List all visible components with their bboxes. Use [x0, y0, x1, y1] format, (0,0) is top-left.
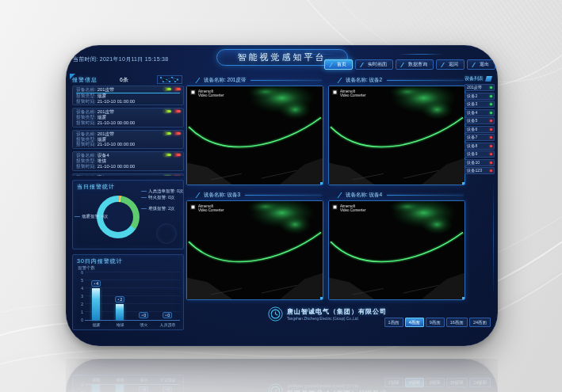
alarm-card[interactable]: 设备名称:设备4报警类型:堆煤报警时间:21-10-10 00:00:00: [72, 151, 184, 170]
layout-button-1画面[interactable]: 1画面: [384, 318, 403, 327]
alarm-list: 设备名称:201皮带报警类型:烟雾报警时间:21-10-10 01:00:00设…: [72, 86, 184, 176]
device-list-item[interactable]: 设备7: [465, 134, 495, 141]
device-list-item[interactable]: 设备9: [465, 150, 495, 158]
alarm-indicators: [164, 88, 181, 90]
layout-button-24画面[interactable]: 24画面: [469, 318, 491, 327]
alarm-time-value: 21-10-10 00:00:00: [97, 120, 135, 125]
unhandled-indicator[interactable]: [174, 88, 181, 90]
alarm-indicators: [164, 154, 181, 156]
online-dot: [490, 86, 492, 89]
video-panel-header: 设备名称: 设备2: [328, 75, 465, 86]
alarm-device-label: 设备名称:: [76, 153, 96, 158]
device-name: 设备9: [467, 151, 477, 157]
offline-dot: [490, 145, 492, 147]
alarm-device-value: 201皮带: [97, 131, 114, 136]
right-accent-line: [493, 180, 494, 299]
handled-indicator[interactable]: [164, 110, 171, 112]
device-list-item[interactable]: 设备10: [465, 159, 495, 166]
alarm-type-value: 烟雾: [97, 93, 107, 98]
y-tick: 5: [81, 278, 83, 283]
device-list-item[interactable]: 设备6: [465, 126, 495, 133]
device-name: 设备10: [467, 160, 480, 166]
nav-button-1[interactable]: 实时画面: [355, 59, 393, 70]
alarm-device-label: 设备名称:: [76, 131, 96, 136]
device-list-header: 设备列表: [465, 75, 495, 82]
handled-indicator[interactable]: [164, 132, 171, 135]
alarm-type-label: 报警类型:: [76, 115, 96, 120]
video-scene: [187, 86, 323, 185]
company-text: 唐山智诚电气（集团）有限公司 Tangshan Zhicheng Electri…: [287, 307, 387, 321]
alarm-card[interactable]: 设备名称:设备5报警类型:烟雾报警时间:21-10-10 00:00:00: [72, 173, 184, 176]
offline-dot: [490, 169, 492, 172]
header-line-decor: [250, 80, 322, 81]
nav-button-0[interactable]: 首页: [324, 59, 353, 70]
layout-button-9画面[interactable]: 9画面: [426, 318, 445, 327]
top-nav: 首页实时画面数据查询返回退出: [324, 59, 495, 70]
device-list-item[interactable]: 设备5: [465, 117, 495, 124]
bar-category-label: 堆煤: [116, 322, 124, 327]
device-list-title: 设备列表: [465, 75, 484, 82]
today-alarm-panel: 当日报警统计 人员违章报警: 0次明火报警: 0次堆煤报警: 2次烟雾报警: 4…: [72, 180, 184, 249]
device-name: 设备5: [467, 118, 477, 124]
unhandled-indicator[interactable]: [174, 132, 181, 135]
device-list-item[interactable]: 设备4: [465, 109, 495, 116]
watermark-logo-icon: [332, 204, 338, 210]
device-list-item[interactable]: 设备3: [465, 101, 495, 108]
video-panel-title: 设备名称: 201皮带: [204, 77, 246, 84]
watermark-line2: Video Converter: [340, 93, 365, 97]
alarm-time-row: 报警时间:21-10-10 00:00:00: [76, 164, 180, 169]
handled-indicator[interactable]: [164, 88, 171, 90]
video-panel: 设备名称: 设备3AimersoftVideo Converter: [186, 190, 323, 300]
device-list: 201皮带设备2设备3设备4设备5设备6设备7设备8设备9设备10设备123: [465, 84, 495, 174]
alarm-card[interactable]: 设备名称:201皮带报警类型:烟雾报警时间:21-10-10 00:00:00: [72, 108, 184, 127]
layout-button-16画面[interactable]: 16画面: [446, 318, 468, 327]
left-column: 报警信息 6条 设备名称:201皮带报警类型:烟雾报警时间:21-10-10 0…: [72, 75, 184, 330]
video-feed[interactable]: AimersoftVideo Converter: [186, 86, 323, 185]
bar-chart: 01234564烟雾2堆煤0明火0人员违章: [85, 272, 180, 321]
bar-value: 2: [115, 296, 124, 303]
watermark-line2: Video Converter: [198, 93, 224, 97]
video-feed[interactable]: AimersoftVideo Converter: [328, 200, 465, 300]
header-slash-decor: [338, 192, 346, 198]
company-brand: 唐山智诚电气（集团）有限公司 Tangshan Zhicheng Electri…: [268, 306, 387, 322]
alarm-device-label: 设备名称:: [76, 109, 96, 114]
device-list-item[interactable]: 设备123: [465, 167, 495, 174]
watermark-line2: Video Converter: [198, 208, 224, 212]
offline-dot: [490, 153, 492, 155]
video-scene: [329, 201, 465, 299]
nav-button-4[interactable]: 退出: [467, 59, 495, 70]
alarm-card[interactable]: 设备名称:201皮带报警类型:烟雾报警时间:21-10-10 01:00:00: [72, 86, 184, 105]
donut-legend-item: 明火报警: 0次: [141, 195, 175, 200]
device-list-tab[interactable]: [485, 76, 492, 82]
alarm-time-value: 21-10-10 00:00:00: [97, 142, 135, 147]
header-slash-decor: [196, 78, 204, 83]
watermark-logo-icon: [190, 204, 196, 210]
video-feed[interactable]: AimersoftVideo Converter: [186, 200, 323, 300]
video-panel-header: 设备名称: 设备3: [186, 190, 323, 200]
company-name-en: Tangshan Zhicheng Electric (Group) Co.,L…: [287, 317, 387, 321]
nav-button-3[interactable]: 返回: [436, 59, 465, 70]
alarm-type-label: 报警类型:: [76, 158, 96, 163]
header-slash-decor: [338, 78, 346, 83]
unhandled-indicator[interactable]: [174, 110, 181, 112]
alarm-time-row: 报警时间:21-10-10 00:00:00: [76, 142, 180, 147]
video-scene: [187, 201, 323, 299]
alarm-card[interactable]: 设备名称:201皮带报警类型:烟雾报警时间:21-10-10 00:00:00: [72, 130, 184, 149]
bar-column: 0人员违章: [156, 272, 179, 320]
device-list-panel: 设备列表 201皮带设备2设备3设备4设备5设备6设备7设备8设备9设备10设备…: [465, 75, 495, 313]
layout-button-4画面[interactable]: 4画面: [405, 318, 424, 327]
alarm-time-label: 报警时间:: [76, 164, 96, 169]
unhandled-indicator[interactable]: [174, 154, 181, 156]
handled-indicator[interactable]: [164, 154, 171, 156]
video-feed[interactable]: AimersoftVideo Converter: [328, 86, 465, 185]
alarm-type-value: 烟雾: [97, 137, 107, 142]
device-list-item[interactable]: 设备2: [465, 93, 495, 100]
device-list-item[interactable]: 设备8: [465, 143, 495, 150]
video-panel-title: 设备名称: 设备3: [204, 192, 240, 199]
device-list-item[interactable]: 201皮带: [465, 84, 495, 91]
device-name: 设备3: [467, 101, 477, 107]
y-tick: 0: [81, 318, 83, 322]
nav-button-2[interactable]: 数据查询: [396, 59, 434, 70]
page-title: 智能视觉感知平台: [238, 51, 327, 63]
video-panel: 设备名称: 设备2AimersoftVideo Converter: [328, 75, 465, 185]
